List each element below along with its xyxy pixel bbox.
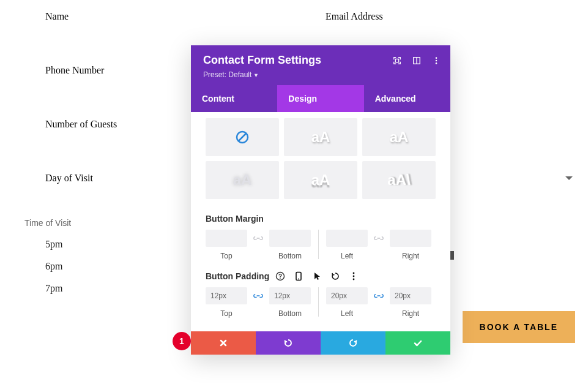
redo-button[interactable]: [321, 331, 385, 355]
button-padding-row: Top Bottom Left: [206, 287, 436, 318]
svg-line-7: [239, 134, 246, 141]
margin-horizontal-link-icon[interactable]: [373, 230, 385, 247]
tab-design[interactable]: Design: [277, 85, 363, 112]
tab-content[interactable]: Content: [191, 85, 277, 112]
padding-right-input[interactable]: [390, 287, 431, 304]
margin-right-input[interactable]: [390, 230, 431, 247]
modal-header: Contact Form Settings Preset: Default: [191, 45, 450, 85]
modal-footer: [191, 331, 450, 355]
svg-text:?: ?: [278, 273, 282, 280]
name-field-label: Name: [45, 11, 117, 22]
padding-horizontal-link-icon[interactable]: [373, 287, 385, 304]
chevron-down-icon[interactable]: [565, 176, 573, 180]
svg-point-3: [436, 57, 437, 59]
margin-top-input[interactable]: [206, 230, 247, 247]
kebab-menu-icon[interactable]: [432, 56, 441, 65]
margin-left-sublabel: Left: [341, 252, 353, 260]
annotation-badge: 1: [173, 332, 191, 350]
padding-bottom-sublabel: Bottom: [278, 309, 302, 318]
padding-right-sublabel: Right: [402, 309, 419, 318]
time-field-label: Time of Visit: [24, 218, 117, 228]
shadow-option-5[interactable]: aA\: [362, 161, 436, 199]
time-option-5pm[interactable]: 5pm: [45, 239, 117, 250]
text-shadow-options: aA aA aA aA aA\: [206, 118, 436, 199]
svg-point-12: [353, 273, 355, 274]
preset-dropdown[interactable]: Preset: Default: [203, 70, 438, 79]
button-padding-label: Button Padding: [206, 271, 269, 281]
padding-left-sublabel: Left: [341, 309, 353, 318]
margin-bottom-input[interactable]: [269, 230, 311, 247]
tablet-icon[interactable]: [294, 271, 303, 281]
save-button[interactable]: [385, 331, 450, 355]
shadow-option-2[interactable]: aA: [362, 118, 436, 156]
modal-body: aA aA aA aA aA\ Button Margin Top Bottom: [191, 112, 450, 331]
guests-field-label: Number of Guests: [45, 119, 117, 130]
shadow-none-option[interactable]: [206, 118, 279, 156]
button-margin-row: Top Bottom Left: [206, 230, 436, 260]
margin-bottom-sublabel: Bottom: [278, 252, 302, 260]
time-option-6pm[interactable]: 6pm: [45, 261, 117, 272]
margin-left-input[interactable]: [326, 230, 368, 247]
cancel-button[interactable]: [191, 331, 256, 355]
undo-button[interactable]: [256, 331, 321, 355]
email-field-label: Email Address: [326, 11, 383, 22]
drag-handle[interactable]: [450, 251, 454, 260]
tab-advanced[interactable]: Advanced: [364, 85, 450, 112]
padding-bottom-input[interactable]: [269, 287, 311, 304]
shadow-option-3[interactable]: aA: [206, 161, 279, 199]
modal-tabs: Content Design Advanced: [191, 85, 450, 112]
padding-top-sublabel: Top: [220, 309, 232, 318]
expand-icon[interactable]: [393, 56, 401, 65]
shadow-option-4[interactable]: aA: [284, 161, 357, 199]
time-option-7pm[interactable]: 7pm: [45, 283, 117, 294]
book-table-button[interactable]: BOOK A TABLE: [463, 311, 575, 343]
shadow-option-1[interactable]: aA: [284, 118, 357, 156]
reset-icon[interactable]: [330, 271, 340, 281]
padding-top-input[interactable]: [206, 287, 247, 304]
cursor-icon[interactable]: [312, 271, 322, 281]
svg-point-4: [436, 60, 437, 62]
settings-modal: Contact Form Settings Preset: Default Co…: [191, 45, 450, 355]
svg-point-5: [436, 62, 437, 64]
svg-point-13: [353, 276, 355, 277]
padding-left-input[interactable]: [326, 287, 368, 304]
day-field-label: Day of Visit: [45, 173, 117, 184]
svg-point-11: [298, 279, 299, 280]
phone-field-label: Phone Number: [45, 65, 117, 76]
columns-icon[interactable]: [412, 56, 421, 65]
padding-vertical-link-icon[interactable]: [252, 287, 264, 304]
margin-right-sublabel: Right: [402, 252, 419, 260]
svg-rect-0: [395, 59, 398, 62]
svg-point-14: [353, 279, 355, 280]
button-margin-label: Button Margin: [206, 214, 436, 224]
margin-vertical-link-icon[interactable]: [252, 230, 264, 247]
margin-top-sublabel: Top: [220, 252, 232, 260]
padding-kebab-icon[interactable]: [349, 271, 359, 281]
help-icon[interactable]: ?: [275, 271, 285, 281]
